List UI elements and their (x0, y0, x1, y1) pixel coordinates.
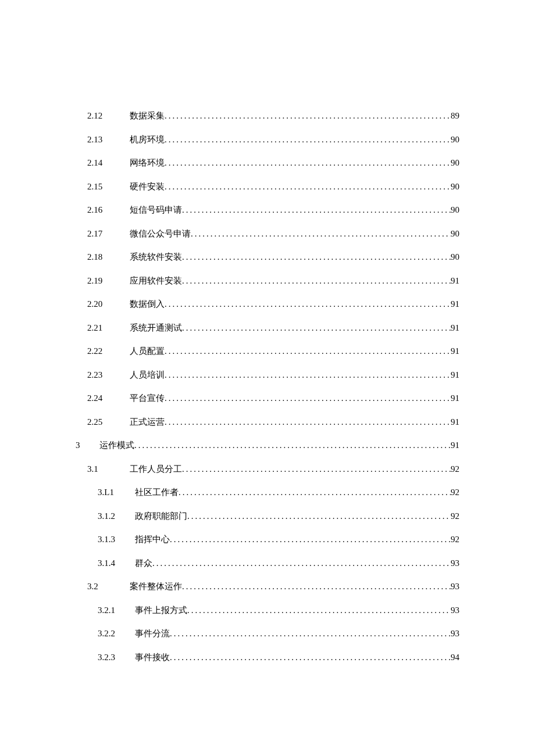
toc-page-number: 93 (451, 628, 459, 639)
toc-entry: 3.1.4群众93 (76, 558, 459, 568)
toc-entry: 2.25正式运营91 (76, 417, 459, 427)
toc-number: 2.20 (87, 299, 115, 309)
toc-number: 3.2 (87, 581, 115, 592)
toc-entry: 3.2.3事件接收94 (76, 652, 459, 662)
toc-page-number: 90 (451, 134, 459, 145)
toc-leader-dots (182, 581, 451, 592)
toc-number: 3.1.2 (98, 511, 130, 521)
toc-title: 系统开通测试 (130, 323, 182, 333)
toc-title: 社区工作者 (135, 487, 179, 497)
toc-entry: 2.17微信公众号申请90 (76, 228, 459, 239)
toc-leader-dots (134, 440, 451, 450)
toc-leader-dots (170, 534, 451, 544)
toc-leader-dots (165, 370, 451, 380)
toc-leader-dots (152, 558, 451, 568)
toc-number: 2.21 (87, 323, 115, 333)
toc-entry: 2.16短信号码申请90 (76, 205, 459, 215)
toc-entry: 3.2.2事件分流93 (76, 628, 459, 639)
toc-entry: 3.2.1事件上报方式93 (76, 605, 459, 615)
toc-number: 3.1.4 (98, 558, 130, 568)
toc-entry: 3.2案件整体运作93 (76, 581, 459, 592)
toc-number: 3.1.3 (98, 534, 130, 544)
toc-title: 短信号码申请 (130, 205, 182, 215)
toc-title: 运作模式 (99, 440, 134, 450)
toc-page-number: 92 (451, 487, 459, 497)
toc-page-number: 89 (451, 110, 459, 121)
toc-page-number: 90 (451, 252, 459, 262)
toc-title: 群众 (135, 558, 152, 568)
toc-leader-dots (182, 323, 451, 333)
toc-number: 2.22 (87, 346, 115, 356)
toc-page-number: 91 (451, 275, 459, 286)
toc-title: 平台宣传 (130, 393, 165, 403)
toc-page-number: 91 (451, 346, 459, 356)
toc-page-number: 91 (451, 417, 459, 427)
toc-page-number: 92 (451, 534, 459, 544)
toc-number: 2.13 (87, 134, 115, 145)
toc-leader-dots (165, 299, 451, 309)
toc-number: 2.14 (87, 157, 115, 168)
toc-title: 数据采集 (130, 110, 165, 121)
toc-number: 3.2.1 (98, 605, 130, 615)
toc-leader-dots (182, 252, 451, 262)
toc-leader-dots (170, 628, 451, 639)
toc-leader-dots (165, 181, 451, 192)
toc-page-number: 94 (451, 652, 459, 662)
toc-entry: 2.21系统开通测试91 (76, 323, 459, 333)
toc-page-number: 91 (451, 323, 459, 333)
toc-title: 工作人员分工 (130, 464, 182, 474)
toc-number: 2.17 (87, 228, 115, 239)
toc-leader-dots (182, 275, 451, 286)
toc-page-number: 90 (451, 181, 459, 192)
toc-number: 3.2.3 (98, 652, 130, 662)
toc-leader-dots (191, 228, 451, 239)
toc-entry: 3.L1社区工作者92 (76, 487, 459, 497)
toc-leader-dots (165, 157, 451, 168)
toc-number: 3.1 (87, 464, 115, 474)
toc-page-number: 91 (451, 440, 459, 450)
toc-entry: 2.12数据采集89 (76, 110, 459, 121)
toc-entry: 2.18系统软件安装90 (76, 252, 459, 262)
toc-leader-dots (187, 605, 451, 615)
toc-number: 3 (76, 440, 90, 450)
toc-page-number: 93 (451, 581, 459, 592)
toc-page-number: 90 (451, 228, 459, 239)
toc-title: 事件接收 (135, 652, 170, 662)
toc-number: 2.25 (87, 417, 115, 427)
toc-title: 正式运营 (130, 417, 165, 427)
toc-title: 硬件安装 (130, 181, 165, 192)
toc-title: 数据倒入 (130, 299, 165, 309)
toc-entry: 2.19应用软件安装91 (76, 275, 459, 286)
toc-leader-dots (165, 417, 451, 427)
toc-page-number: 90 (451, 205, 459, 215)
toc-number: 2.19 (87, 275, 115, 286)
toc-entry: 3.1.2政府职能部门92 (76, 511, 459, 521)
toc-leader-dots (182, 464, 451, 474)
toc-entry: 2.20数据倒入91 (76, 299, 459, 309)
toc-leader-dots (165, 134, 451, 145)
toc-title: 事件分流 (135, 628, 170, 639)
toc-number: 3.L1 (98, 487, 130, 497)
toc-title: 网络环境 (130, 157, 165, 168)
toc-title: 政府职能部门 (135, 511, 187, 521)
toc-entry: 2.15硬件安装90 (76, 181, 459, 192)
toc-title: 人员培训 (130, 370, 165, 380)
toc-leader-dots (165, 346, 451, 356)
toc-number: 2.16 (87, 205, 115, 215)
toc-title: 指挥中心 (135, 534, 170, 544)
toc-number: 2.15 (87, 181, 115, 192)
toc-page-number: 90 (451, 157, 459, 168)
toc-entry: 2.24平台宣传91 (76, 393, 459, 403)
toc-page-number: 91 (451, 393, 459, 403)
toc-title: 系统软件安装 (130, 252, 182, 262)
toc-title: 机房环境 (130, 134, 165, 145)
toc-leader-dots (165, 393, 451, 403)
toc-entry: 3.1工作人员分工92 (76, 464, 459, 474)
toc-entry: 2.14网络环境90 (76, 157, 459, 168)
toc-page-number: 93 (451, 558, 459, 568)
table-of-contents: 2.12数据采集892.13机房环境902.14网络环境902.15硬件安装90… (76, 110, 459, 662)
toc-entry: 2.23人员培训91 (76, 370, 459, 380)
toc-title: 事件上报方式 (135, 605, 187, 615)
toc-number: 3.2.2 (98, 628, 130, 639)
toc-leader-dots (182, 205, 451, 215)
